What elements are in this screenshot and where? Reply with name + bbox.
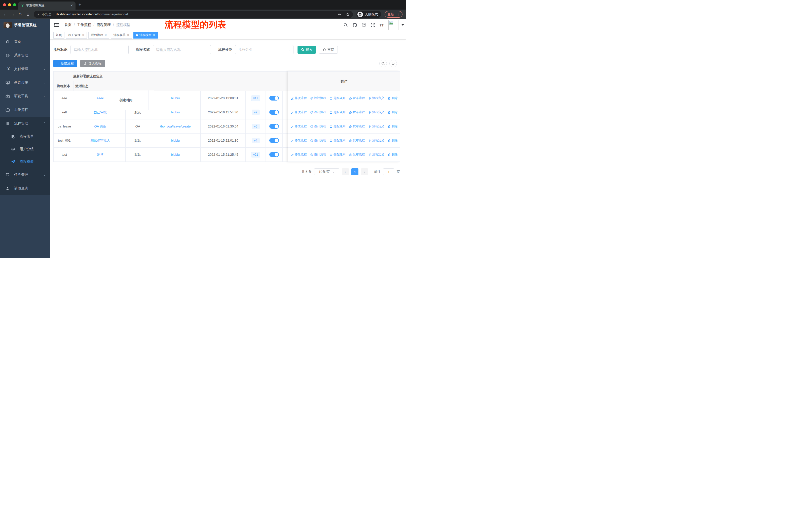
minimize-window-button[interactable] [8,3,11,6]
process-name-link[interactable]: 测试多审批人 [75,134,125,147]
import-process-button[interactable]: 导入流程 [80,60,105,67]
action-发布流程[interactable]: 发布流程 [349,96,365,100]
active-toggle[interactable] [269,152,279,157]
action-修改流程[interactable]: 修改流程 [291,124,307,129]
form-info-link[interactable]: biubiu [150,105,201,119]
update-label[interactable]: 更新 [387,12,394,17]
action-删除[interactable]: 删除 [388,138,398,143]
action-流程定义[interactable]: 流程定义 [368,110,384,114]
form-info-link[interactable]: /bpm/oa/leave/create [150,119,201,134]
sidebar-item-home[interactable]: 首页 [0,35,50,49]
bookmark-star-icon[interactable] [346,12,350,17]
form-info-link[interactable]: /bpm/oa/leave/create [160,125,191,128]
action-发布流程[interactable]: 发布流程 [349,124,365,129]
back-icon[interactable]: ← [1,12,9,17]
action-分配规则[interactable]: 分配规则 [329,124,346,129]
process-name-link[interactable]: 滔博 [75,147,125,162]
action-分配规则[interactable]: 分配规则 [329,153,346,157]
sidebar-item-payment[interactable]: ¥ 支付管理 ⌄ [0,62,50,76]
reload-icon[interactable]: ⟳ [17,12,24,17]
forward-icon[interactable]: → [9,12,17,17]
tag-process-model[interactable]: 流程模型✕ [134,32,158,38]
action-发布流程[interactable]: 发布流程 [349,110,365,114]
tag-process-form[interactable]: 流程表单✕ [111,32,132,38]
process-name-link[interactable]: 滔博 [97,153,104,157]
sidebar-item-process-mgmt[interactable]: 流程管理 ⌃ [0,117,50,130]
browser-update-button[interactable]: 更新 ⋮ [385,11,403,18]
close-icon[interactable]: ✕ [82,33,84,37]
browser-tab[interactable]: 芋道管理系统 ✕ [18,1,76,9]
action-删除[interactable]: 删除 [388,124,398,129]
form-info-link[interactable]: biubiu [150,91,201,105]
tag-tenant[interactable]: 租户管理✕ [66,32,87,38]
password-key-icon[interactable] [338,12,342,17]
tag-home[interactable]: 首页 [53,32,64,38]
form-info-link[interactable]: biubiu [150,147,201,162]
refresh-button[interactable] [389,60,397,67]
action-修改流程[interactable]: 修改流程 [291,96,307,100]
breadcrumb-process-mgmt[interactable]: 流程管理 [97,23,111,27]
process-name-link[interactable]: OA 请假 [94,124,106,129]
action-修改流程[interactable]: 修改流程 [291,153,307,157]
action-修改流程[interactable]: 修改流程 [291,138,307,143]
reset-button[interactable]: 重置 [319,46,338,54]
form-info-link[interactable]: biubiu [171,96,180,100]
action-分配规则[interactable]: 分配规则 [329,138,346,143]
not-secure-label[interactable]: 不安全 [42,12,52,17]
window-controls[interactable] [3,3,16,6]
action-设计流程[interactable]: 设计流程 [310,124,326,129]
action-流程定义[interactable]: 流程定义 [368,153,384,157]
breadcrumb-home[interactable]: 首页 [64,23,71,27]
sidebar-item-workflow[interactable]: 工作流程 ⌃ [0,103,50,117]
action-设计流程[interactable]: 设计流程 [310,153,326,157]
action-设计流程[interactable]: 设计流程 [310,138,326,143]
action-分配规则[interactable]: 分配规则 [329,110,346,114]
tab-close-icon[interactable]: ✕ [70,4,73,7]
action-删除[interactable]: 删除 [388,96,398,100]
process-name-link[interactable]: eeee [97,96,104,100]
url-text[interactable]: dashboard.yudao.iocoder.cn/bpm/manager/m… [56,12,336,16]
search-button[interactable]: 搜索 [297,46,316,54]
action-删除[interactable]: 删除 [388,153,398,157]
sidebar-item-leave-query[interactable]: 请假查询 [0,182,50,195]
form-info-link[interactable]: biubiu [150,134,201,147]
home-icon[interactable]: ⌂ [24,12,32,17]
active-toggle[interactable] [269,110,279,115]
goto-page-input[interactable] [383,168,394,175]
sidebar-item-infra[interactable]: 基础设施 ⌄ [0,76,50,89]
avatar-caret-down-icon[interactable] [402,24,404,26]
maximize-window-button[interactable] [13,3,16,6]
sidebar-item-user-group[interactable]: 用户分组 [0,143,50,156]
active-toggle[interactable] [269,124,279,129]
sidebar-item-task-mgmt[interactable]: 任务管理 ⌄ [0,168,50,182]
close-icon[interactable]: ✕ [153,33,155,37]
breadcrumb-workflow[interactable]: 工作流程 [77,23,91,27]
help-icon[interactable] [362,23,366,27]
form-info-link[interactable]: biubiu [171,110,180,114]
action-发布流程[interactable]: 发布流程 [349,153,365,157]
avatar[interactable] [388,20,399,30]
action-删除[interactable]: 删除 [388,110,398,114]
github-icon[interactable] [352,23,357,27]
toggle-search-button[interactable] [379,60,387,67]
collapse-sidebar-icon[interactable] [54,23,59,27]
process-name-link[interactable]: 自己审批 [94,110,107,115]
form-info-link[interactable]: biubiu [171,139,180,142]
process-name-link[interactable]: OA 请假 [75,119,125,134]
create-process-button[interactable]: + 新建流程 [53,60,77,67]
action-流程定义[interactable]: 流程定义 [368,96,384,100]
sidebar-item-devtools[interactable]: 研发工具 ⌄ [0,89,50,103]
active-toggle[interactable] [269,138,279,143]
search-icon[interactable] [344,23,348,27]
new-tab-button[interactable]: + [79,2,81,7]
close-icon[interactable]: ✕ [127,33,129,37]
sidebar-item-system[interactable]: 系统管理 ⌄ [0,49,50,62]
action-流程定义[interactable]: 流程定义 [368,138,384,143]
form-info-link[interactable]: biubiu [171,153,180,157]
tag-my-process[interactable]: 我的流程✕ [88,32,109,38]
fullscreen-icon[interactable] [371,23,375,27]
page-number-1[interactable]: 1 [351,168,358,175]
prev-page-button[interactable]: ‹ [342,168,349,175]
action-设计流程[interactable]: 设计流程 [310,96,326,100]
category-select[interactable]: 流程分类 ⌄ [235,45,293,54]
